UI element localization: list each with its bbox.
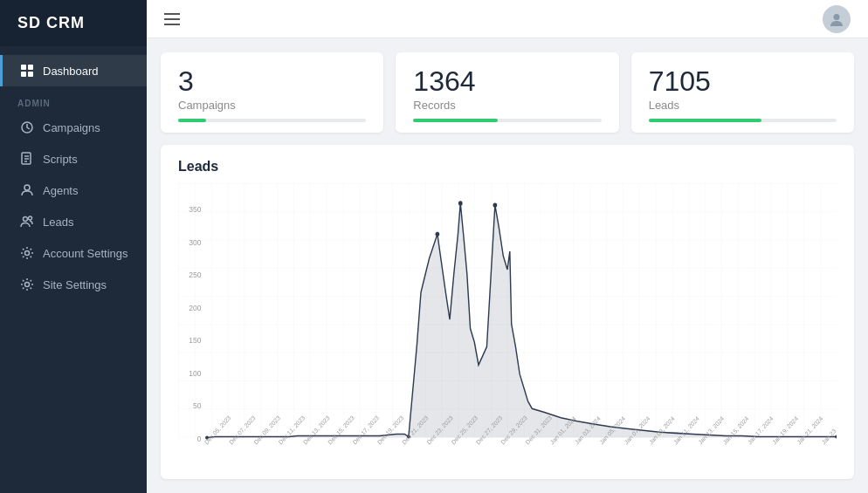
svg-point-24 bbox=[458, 201, 463, 205]
svg-text:150: 150 bbox=[189, 336, 201, 345]
svg-rect-2 bbox=[21, 72, 26, 77]
svg-rect-1 bbox=[28, 65, 33, 70]
svg-rect-3 bbox=[28, 72, 33, 77]
hamburger-menu[interactable] bbox=[164, 13, 180, 25]
avatar-icon bbox=[829, 11, 844, 27]
app-logo: SD CRM bbox=[0, 0, 147, 46]
leads-value: 7105 bbox=[649, 66, 837, 97]
campaigns-label: Campaigns bbox=[178, 99, 366, 112]
svg-point-11 bbox=[834, 14, 840, 20]
svg-text:250: 250 bbox=[189, 270, 201, 279]
leads-label: Leads bbox=[649, 99, 837, 112]
sidebar-item-label: Campaigns bbox=[43, 121, 100, 134]
agents-icon bbox=[20, 183, 34, 197]
stat-cards-row: 3 Campaigns 1364 Records 7105 Leads bbox=[161, 52, 854, 133]
leads-chart: 0 50 100 150 200 250 300 350 bbox=[178, 183, 837, 465]
campaigns-icon bbox=[20, 120, 34, 134]
sidebar-item-site-settings[interactable]: Site Settings bbox=[0, 269, 147, 300]
svg-point-9 bbox=[25, 251, 30, 256]
stat-card-leads: 7105 Leads bbox=[631, 52, 854, 133]
svg-text:0: 0 bbox=[197, 435, 202, 443]
svg-text:50: 50 bbox=[193, 401, 201, 410]
stat-card-campaigns: 3 Campaigns bbox=[161, 52, 383, 133]
svg-point-6 bbox=[24, 185, 30, 190]
svg-point-23 bbox=[436, 232, 440, 236]
campaigns-value: 3 bbox=[178, 66, 366, 97]
sidebar-item-scripts[interactable]: Scripts bbox=[0, 143, 147, 175]
sidebar-item-account-settings[interactable]: Account Settings bbox=[0, 237, 147, 269]
scripts-icon bbox=[20, 152, 34, 166]
sidebar-item-label: Account Settings bbox=[43, 247, 128, 260]
records-bar bbox=[413, 119, 601, 122]
main-content: 3 Campaigns 1364 Records 7105 Leads bbox=[147, 0, 868, 493]
svg-text:100: 100 bbox=[189, 369, 201, 378]
chart-container: 0 50 100 150 200 250 300 350 bbox=[178, 183, 837, 465]
svg-point-25 bbox=[493, 203, 498, 208]
campaigns-bar bbox=[178, 119, 366, 122]
campaigns-bar-fill bbox=[178, 119, 206, 122]
records-bar-fill bbox=[413, 119, 498, 122]
account-settings-icon bbox=[20, 246, 34, 260]
dashboard-icon bbox=[20, 64, 34, 78]
sidebar-item-campaigns[interactable]: Campaigns bbox=[0, 112, 147, 143]
records-value: 1364 bbox=[413, 66, 601, 97]
svg-point-7 bbox=[24, 217, 28, 222]
chart-title: Leads bbox=[178, 159, 837, 175]
sidebar-section-admin: ADMIN bbox=[0, 86, 147, 112]
sidebar-item-label: Site Settings bbox=[43, 278, 107, 291]
records-label: Records bbox=[413, 99, 601, 112]
leads-bar-fill bbox=[649, 119, 761, 122]
sidebar-nav: Dashboard ADMIN Campaigns Scripts Agents bbox=[0, 46, 147, 493]
svg-text:300: 300 bbox=[189, 238, 201, 247]
sidebar-item-label: Leads bbox=[43, 216, 73, 229]
sidebar-item-dashboard[interactable]: Dashboard bbox=[0, 55, 147, 86]
sidebar-item-label: Agents bbox=[43, 184, 78, 197]
sidebar-item-label: Scripts bbox=[43, 153, 78, 166]
user-avatar[interactable] bbox=[823, 5, 851, 33]
svg-text:200: 200 bbox=[189, 304, 201, 312]
sidebar: SD CRM Dashboard ADMIN Campaigns Scripts bbox=[0, 0, 147, 493]
site-settings-icon bbox=[20, 277, 34, 291]
svg-rect-0 bbox=[21, 65, 26, 70]
leads-icon bbox=[20, 215, 34, 229]
svg-point-8 bbox=[29, 216, 32, 220]
topbar bbox=[147, 0, 868, 38]
sidebar-item-label: Dashboard bbox=[43, 65, 99, 78]
sidebar-item-agents[interactable]: Agents bbox=[0, 175, 147, 206]
leads-bar bbox=[649, 119, 837, 122]
svg-text:350: 350 bbox=[189, 205, 201, 214]
stat-card-records: 1364 Records bbox=[396, 52, 618, 133]
sidebar-item-leads[interactable]: Leads bbox=[0, 206, 147, 237]
leads-chart-section: Leads 0 50 100 150 200 250 bbox=[161, 145, 854, 479]
page-content: 3 Campaigns 1364 Records 7105 Leads bbox=[147, 38, 868, 493]
svg-point-10 bbox=[25, 283, 30, 287]
